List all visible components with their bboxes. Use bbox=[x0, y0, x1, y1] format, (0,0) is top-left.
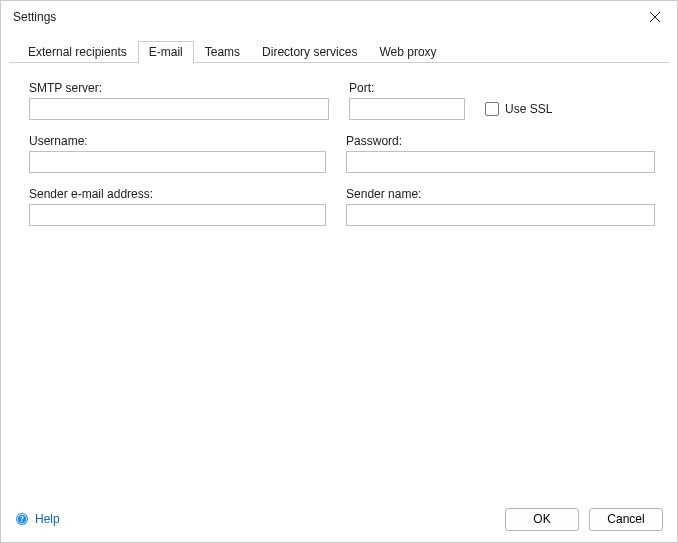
sender-name-field: Sender name: bbox=[346, 187, 655, 226]
use-ssl-label: Use SSL bbox=[505, 102, 552, 116]
smtp-server-field: SMTP server: bbox=[29, 81, 329, 120]
username-input[interactable] bbox=[29, 151, 326, 173]
email-tab-panel: SMTP server: Port: Use SSL Username: Pas… bbox=[1, 63, 677, 502]
username-field: Username: bbox=[29, 134, 326, 173]
password-field: Password: bbox=[346, 134, 655, 173]
tabstrip: External recipients E-mail Teams Directo… bbox=[1, 41, 677, 63]
use-ssl-field: Use SSL bbox=[485, 98, 552, 120]
help-icon: ? bbox=[15, 512, 29, 526]
tab-directory-services[interactable]: Directory services bbox=[251, 41, 368, 63]
port-input[interactable] bbox=[349, 98, 465, 120]
use-ssl-checkbox[interactable] bbox=[485, 102, 499, 116]
smtp-server-label: SMTP server: bbox=[29, 81, 329, 95]
port-label: Port: bbox=[349, 81, 465, 95]
sender-email-field: Sender e-mail address: bbox=[29, 187, 326, 226]
close-button[interactable] bbox=[633, 2, 677, 32]
smtp-server-input[interactable] bbox=[29, 98, 329, 120]
password-label: Password: bbox=[346, 134, 655, 148]
sender-email-input[interactable] bbox=[29, 204, 326, 226]
cancel-button[interactable]: Cancel bbox=[589, 508, 663, 531]
svg-text:?: ? bbox=[20, 515, 24, 524]
settings-window: Settings External recipients E-mail Team… bbox=[0, 0, 678, 543]
help-label: Help bbox=[35, 512, 60, 526]
help-link[interactable]: ? Help bbox=[15, 512, 60, 526]
password-input[interactable] bbox=[346, 151, 655, 173]
sender-name-label: Sender name: bbox=[346, 187, 655, 201]
port-field: Port: bbox=[349, 81, 465, 120]
titlebar: Settings bbox=[1, 1, 677, 33]
close-icon bbox=[650, 12, 660, 22]
ok-button[interactable]: OK bbox=[505, 508, 579, 531]
sender-name-input[interactable] bbox=[346, 204, 655, 226]
tab-teams[interactable]: Teams bbox=[194, 41, 251, 63]
footer: ? Help OK Cancel bbox=[1, 502, 677, 542]
tab-web-proxy[interactable]: Web proxy bbox=[368, 41, 447, 63]
tab-email[interactable]: E-mail bbox=[138, 41, 194, 64]
sender-email-label: Sender e-mail address: bbox=[29, 187, 326, 201]
tab-external-recipients[interactable]: External recipients bbox=[17, 41, 138, 63]
username-label: Username: bbox=[29, 134, 326, 148]
window-title: Settings bbox=[13, 10, 633, 24]
